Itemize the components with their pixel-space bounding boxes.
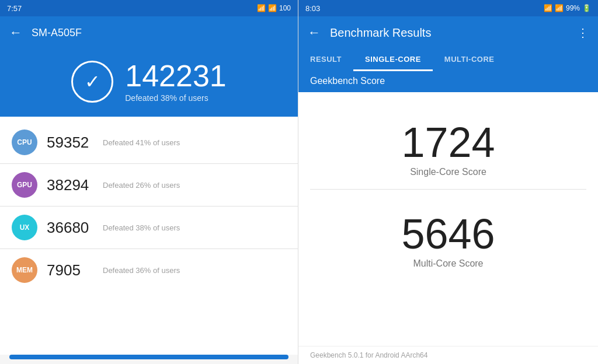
left-score-header: ✓ 142231 Defeated 38% of users (0, 49, 298, 117)
right-panel: 8:03 📶 📶 99% 🔋 ← Benchmark Results ⋮ RES… (298, 0, 598, 364)
scores-area: 1724 Single-Core Score 5646 Multi-Core S… (298, 92, 598, 346)
multi-core-score: 5646 (401, 213, 495, 255)
benchmark-list: CPU 59352 Defeated 41% of users GPU 3829… (0, 117, 298, 355)
right-toolbar: ← Benchmark Results ⋮ (298, 16, 598, 49)
main-score: 142231 (125, 61, 227, 91)
benchmark-item-ux: UX 36680 Defeated 38% of users (0, 206, 298, 249)
score-info: 142231 Defeated 38% of users (125, 61, 227, 103)
left-status-icons: 📶 📶 100 (257, 4, 291, 12)
signal-icon: 📶 (268, 4, 277, 12)
right-status-bar: 8:03 📶 📶 99% 🔋 (298, 0, 598, 16)
cpu-value: 59352 (47, 134, 93, 152)
score-subtitle: Defeated 38% of users (125, 93, 227, 103)
tab-single-core[interactable]: SINGLE-CORE (353, 49, 433, 71)
right-toolbar-left: ← Benchmark Results (308, 25, 431, 40)
right-bottom-text: Geekbench 5.0.1 for Android AArch64 (298, 346, 598, 364)
geekbench-score-label: Geekbench Score (298, 71, 598, 92)
left-bottom-bar (9, 355, 288, 359)
score-circle: ✓ (71, 61, 113, 103)
right-status-icons: 📶 📶 99% 🔋 (544, 4, 591, 12)
ux-desc: Defeated 38% of users (103, 223, 180, 232)
single-core-label: Single-Core Score (410, 167, 486, 177)
gpu-desc: Defeated 26% of users (103, 181, 180, 190)
tab-result[interactable]: RESULT (298, 49, 353, 71)
right-back-button[interactable]: ← (308, 25, 321, 40)
right-battery: 99% (566, 4, 580, 12)
right-wifi-icon: 📶 (544, 4, 552, 12)
back-button[interactable]: ← (9, 25, 22, 40)
left-time: 7:57 (7, 4, 22, 13)
single-core-block: 1724 Single-Core Score (310, 110, 586, 190)
left-panel: 7:57 📶 📶 100 ← SM-A505F ✓ 142231 Defeate… (0, 0, 298, 364)
tab-bar: RESULT SINGLE-CORE MULTI-CORE (298, 49, 598, 71)
wifi-icon: 📶 (257, 4, 266, 12)
mem-value: 7905 (47, 261, 93, 279)
mem-badge: MEM (12, 257, 37, 283)
multi-core-block: 5646 Multi-Core Score (310, 201, 586, 281)
app-name: SM-A505F (32, 27, 82, 39)
gpu-badge: GPU (12, 172, 37, 198)
left-status-bar: 7:57 📶 📶 100 (0, 0, 298, 16)
gpu-value: 38294 (47, 176, 93, 194)
left-toolbar: ← SM-A505F (0, 16, 298, 49)
right-title: Benchmark Results (330, 26, 431, 40)
mem-desc: Defeated 36% of users (103, 266, 180, 275)
benchmark-item-gpu: GPU 38294 Defeated 26% of users (0, 164, 298, 206)
more-options-icon[interactable]: ⋮ (577, 26, 589, 40)
battery-level: 100 (279, 4, 291, 12)
benchmark-item-mem: MEM 7905 Defeated 36% of users (0, 249, 298, 291)
single-core-score: 1724 (401, 121, 495, 163)
check-icon: ✓ (85, 71, 100, 93)
ux-badge: UX (12, 215, 37, 240)
cpu-desc: Defeated 41% of users (103, 138, 180, 147)
benchmark-item-cpu: CPU 59352 Defeated 41% of users (0, 121, 298, 164)
cpu-badge: CPU (12, 130, 37, 155)
tab-multi-core[interactable]: MULTI-CORE (433, 49, 506, 71)
right-time: 8:03 (305, 4, 320, 13)
multi-core-label: Multi-Core Score (413, 258, 483, 269)
ux-value: 36680 (47, 219, 93, 237)
right-signal-icon: 📶 (555, 4, 564, 12)
battery-icon: 🔋 (582, 4, 591, 12)
